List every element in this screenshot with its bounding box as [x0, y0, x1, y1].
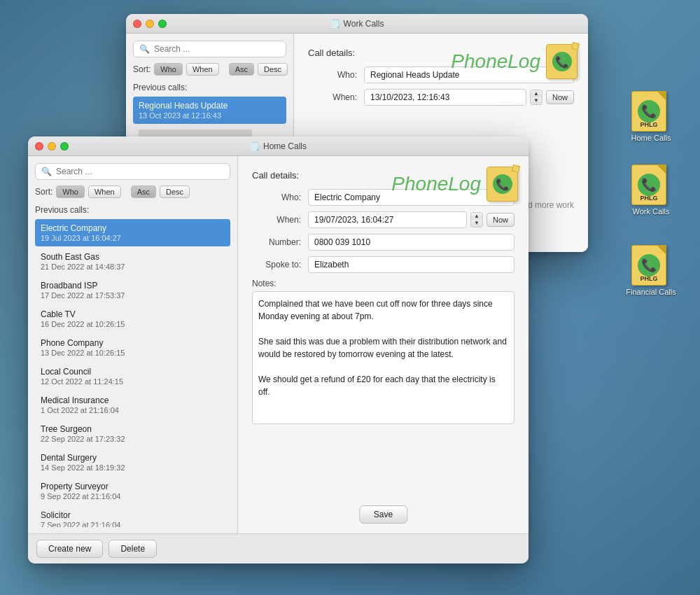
- work-calls-now-btn[interactable]: Now: [546, 90, 574, 104]
- home-calls-sort-who-btn[interactable]: Who: [56, 186, 85, 198]
- home-calls-phonelog-text: PhoneLog: [391, 173, 481, 195]
- home-calls-save-btn[interactable]: Save: [359, 505, 407, 524]
- home-call-item-1[interactable]: South East Gas21 Dec 2022 at 14:48:37: [35, 248, 230, 275]
- home-calls-maximize-btn[interactable]: [60, 142, 69, 150]
- home-calls-stepper-down[interactable]: ▼: [471, 220, 482, 227]
- work-calls-sort-asc-btn[interactable]: Asc: [229, 63, 254, 76]
- home-calls-sort-asc-btn[interactable]: Asc: [131, 186, 156, 198]
- home-calls-number-row: Number:: [252, 234, 514, 251]
- desktop-icon-financial-calls[interactable]: 📞 PHLG Financial Calls: [623, 245, 679, 297]
- home-calls-now-btn[interactable]: Now: [486, 213, 514, 227]
- home-call-name-4: Phone Company: [41, 338, 225, 348]
- home-call-item-2[interactable]: Broadband ISP17 Dec 2022 at 17:53:37: [35, 276, 230, 304]
- work-calls-stepper-up[interactable]: ▲: [531, 90, 542, 97]
- home-calls-number-label: Number:: [252, 237, 301, 247]
- work-calls-who-label: Who:: [308, 70, 357, 80]
- financial-calls-label: Financial Calls: [624, 287, 678, 297]
- work-calls-phone-icon: 📞: [638, 174, 660, 196]
- home-calls-who-label: Who:: [252, 192, 301, 202]
- home-calls-file-corner: [657, 92, 666, 100]
- home-calls-search-input[interactable]: [56, 167, 224, 176]
- home-calls-create-new-btn[interactable]: Create new: [36, 540, 103, 558]
- work-calls-minimize-btn[interactable]: [146, 20, 154, 28]
- home-calls-prev-label: Previous calls:: [35, 205, 230, 215]
- work-calls-sort-bar: Sort: Who When Asc Desc: [133, 63, 286, 76]
- home-calls-number-input[interactable]: [308, 234, 514, 251]
- home-calls-spoke-input[interactable]: [308, 256, 514, 273]
- home-calls-window-buttons: [35, 142, 69, 150]
- work-calls-icon-image: 📞 PHLG: [631, 164, 671, 204]
- home-call-item-0[interactable]: Electric Company19 Jul 2023 at 16:04:27: [35, 219, 230, 246]
- work-calls-maximize-btn[interactable]: [158, 20, 167, 28]
- home-calls-left-panel: 🔍 Sort: Who When Asc Desc Previous calls…: [28, 156, 238, 534]
- work-calls-phonelog-icon: 📞: [546, 44, 578, 79]
- work-calls-window-buttons: [133, 20, 167, 28]
- home-calls-minimize-btn[interactable]: [48, 142, 56, 150]
- work-calls-file-corner: [657, 165, 666, 174]
- work-calls-phlg-label: PHLG: [640, 195, 657, 202]
- work-calls-sort-label: Sort:: [133, 64, 150, 74]
- home-call-item-3[interactable]: Cable TV16 Dec 2022 at 10:26:15: [35, 305, 230, 332]
- home-call-item-10[interactable]: Solicitor7 Sep 2022 at 21:16:04: [35, 506, 230, 527]
- home-calls-title: 🗒️ Home Calls: [250, 141, 307, 151]
- home-calls-content: 🔍 Sort: Who When Asc Desc Previous calls…: [28, 156, 528, 534]
- home-calls-stepper-up[interactable]: ▲: [471, 213, 482, 220]
- financial-calls-file-corner: [657, 246, 666, 254]
- home-call-name-3: Cable TV: [41, 309, 225, 319]
- home-call-date-0: 19 Jul 2023 at 16:04:27: [41, 234, 225, 242]
- work-calls-search-icon: 🔍: [139, 44, 150, 54]
- work-calls-stepper-down[interactable]: ▼: [531, 97, 542, 104]
- home-call-date-6: 1 Oct 2022 at 21:16:04: [41, 406, 225, 414]
- work-calls-sort-who-btn[interactable]: Who: [154, 63, 183, 76]
- work-calls-stepper[interactable]: ▲ ▼: [530, 90, 542, 105]
- home-calls-search-bar[interactable]: 🔍: [35, 163, 230, 180]
- home-calls-search-icon: 🔍: [41, 167, 52, 176]
- work-calls-search-bar[interactable]: 🔍: [133, 41, 286, 57]
- home-calls-datetime-row: ▲ ▼ Now: [308, 211, 514, 228]
- financial-calls-file-icon: 📞 PHLG: [631, 245, 666, 286]
- home-calls-phonelog-logo: PhoneLog 📞: [391, 167, 518, 202]
- home-calls-titlebar: 🗒️ Home Calls: [28, 136, 528, 156]
- home-call-name-0: Electric Company: [41, 223, 225, 233]
- home-calls-phlg-label: PHLG: [640, 121, 657, 128]
- work-calls-search-input[interactable]: [154, 44, 280, 54]
- home-calls-list: Electric Company19 Jul 2023 at 16:04:27S…: [35, 219, 230, 527]
- desktop-icon-work-calls[interactable]: 📞 PHLG Work Calls: [623, 164, 679, 216]
- home-calls-notes-label: Notes:: [252, 279, 514, 288]
- home-call-date-10: 7 Sep 2022 at 21:16:04: [41, 521, 225, 527]
- home-call-item-7[interactable]: Tree Surgeon22 Sep 2022 at 17:23:32: [35, 420, 230, 447]
- home-call-name-6: Medical Insurance: [41, 396, 225, 405]
- work-calls-when-row: When: ▲ ▼ Now: [308, 89, 574, 106]
- home-calls-notes-textarea[interactable]: [252, 291, 514, 424]
- home-calls-sort-bar: Sort: Who When Asc Desc: [35, 186, 230, 198]
- work-call-item-0[interactable]: Regional Heads Update 13 Oct 2023 at 12:…: [133, 97, 286, 124]
- home-calls-sort-when-btn[interactable]: When: [88, 186, 121, 198]
- home-call-name-1: South East Gas: [41, 252, 225, 262]
- home-calls-close-btn[interactable]: [35, 142, 43, 150]
- home-call-item-6[interactable]: Medical Insurance1 Oct 2022 at 21:16:04: [35, 391, 230, 419]
- work-calls-sort-when-btn[interactable]: When: [186, 63, 219, 76]
- home-calls-delete-btn[interactable]: Delete: [108, 540, 157, 558]
- home-call-date-7: 22 Sep 2022 at 17:23:32: [41, 435, 225, 443]
- home-call-item-8[interactable]: Dental Surgery14 Sep 2022 at 18:19:32: [35, 449, 230, 476]
- work-calls-when-input[interactable]: [364, 89, 526, 106]
- desktop-icon-home-calls[interactable]: 📞 PHLG Home Calls: [623, 91, 679, 143]
- home-call-date-5: 12 Oct 2022 at 11:24:15: [41, 377, 225, 386]
- home-call-item-4[interactable]: Phone Company13 Dec 2022 at 10:26:15: [35, 334, 230, 361]
- home-call-name-7: Tree Surgeon: [41, 424, 225, 434]
- home-call-date-4: 13 Dec 2022 at 10:26:15: [41, 349, 225, 357]
- home-calls-when-input[interactable]: [308, 211, 467, 228]
- home-calls-sort-desc-btn[interactable]: Desc: [160, 186, 190, 198]
- work-calls-sort-desc-btn[interactable]: Desc: [258, 63, 288, 76]
- home-call-item-9[interactable]: Property Surveyor9 Sep 2022 at 21:16:04: [35, 477, 230, 505]
- home-call-name-2: Broadband ISP: [41, 281, 225, 290]
- home-calls-phonelog-icon: 📞: [486, 167, 518, 202]
- home-calls-phone-icon: 📞: [638, 100, 660, 122]
- home-calls-stepper[interactable]: ▲ ▼: [470, 212, 483, 227]
- home-call-date-3: 16 Dec 2022 at 10:26:15: [41, 320, 225, 328]
- home-calls-phonelog-phone: 📞: [493, 174, 512, 194]
- home-call-name-9: Property Surveyor: [41, 482, 225, 491]
- work-calls-close-btn[interactable]: [133, 20, 141, 28]
- work-calls-title: 🗒️ Work Calls: [330, 19, 384, 29]
- home-call-item-5[interactable]: Local Council12 Oct 2022 at 11:24:15: [35, 363, 230, 390]
